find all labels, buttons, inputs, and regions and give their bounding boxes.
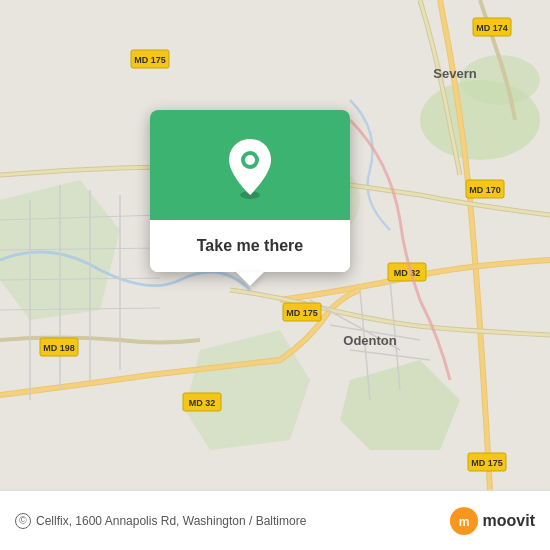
svg-text:MD 175: MD 175 — [134, 55, 166, 65]
copyright-icon: © — [15, 513, 31, 529]
location-popup: Take me there — [150, 110, 350, 272]
svg-text:MD 32: MD 32 — [394, 268, 421, 278]
popup-tail — [236, 272, 264, 286]
svg-text:Severn: Severn — [433, 66, 476, 81]
take-me-there-button[interactable]: Take me there — [187, 232, 313, 260]
footer-left: © Cellfix, 1600 Annapolis Rd, Washington… — [15, 513, 306, 529]
svg-text:MD 175: MD 175 — [286, 308, 318, 318]
svg-text:MD 32: MD 32 — [189, 398, 216, 408]
moovit-brand-icon: m — [450, 507, 478, 535]
popup-action-area[interactable]: Take me there — [150, 220, 350, 272]
svg-text:MD 174: MD 174 — [476, 23, 508, 33]
footer-location-text: Cellfix, 1600 Annapolis Rd, Washington /… — [36, 514, 306, 528]
svg-text:m: m — [458, 515, 469, 529]
svg-text:MD 170: MD 170 — [469, 185, 501, 195]
moovit-label: moovit — [483, 512, 535, 530]
map-view[interactable]: MD 175 MD 174 MD 170 MD 32 MD 175 MD 198… — [0, 0, 550, 490]
footer-bar: © Cellfix, 1600 Annapolis Rd, Washington… — [0, 490, 550, 550]
map-pin-icon — [224, 137, 276, 199]
popup-header — [150, 110, 350, 220]
svg-point-41 — [245, 155, 255, 165]
svg-text:MD 175: MD 175 — [471, 458, 503, 468]
moovit-logo: m moovit — [450, 507, 535, 535]
svg-text:Odenton: Odenton — [343, 333, 396, 348]
svg-text:MD 198: MD 198 — [43, 343, 75, 353]
